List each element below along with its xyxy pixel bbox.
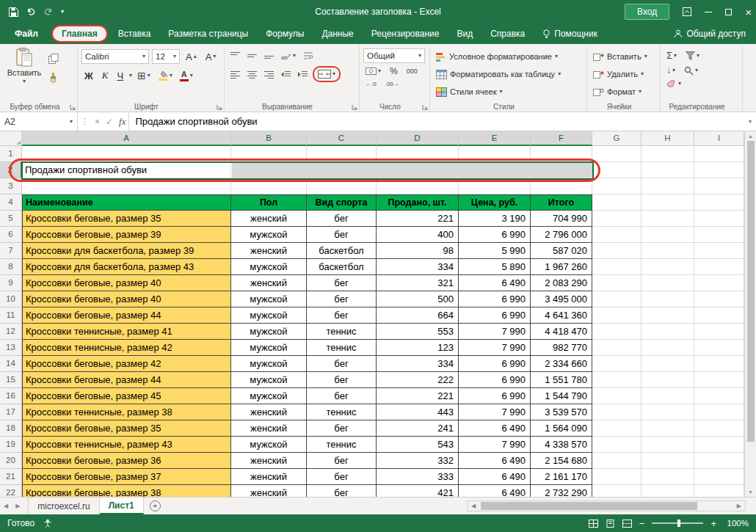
vertical-scrollbar[interactable]: ▲ ▼ xyxy=(744,131,756,497)
cell-E5[interactable]: 3 190 xyxy=(459,211,531,227)
cell-A17[interactable]: Кроссовки теннисные, размер 38 xyxy=(22,404,231,420)
name-box[interactable]: A2 ▾ xyxy=(0,112,78,131)
cell-E6[interactable]: 6 990 xyxy=(459,227,531,243)
cell-A16[interactable]: Кроссовки беговые, размер 45 xyxy=(22,388,231,404)
row-header-16[interactable]: 16 xyxy=(0,388,22,404)
format-painter-button[interactable] xyxy=(46,71,61,84)
cell-F2[interactable] xyxy=(531,162,592,178)
underline-button[interactable]: Ч xyxy=(114,70,126,82)
scroll-right-icon[interactable]: ▶ xyxy=(733,503,745,509)
cell-F22[interactable]: 2 732 290 xyxy=(531,485,592,497)
close-button[interactable]: × xyxy=(745,7,752,18)
cell-G15[interactable] xyxy=(592,372,641,388)
dialog-launcher-icon[interactable] xyxy=(422,104,428,110)
cell-I18[interactable] xyxy=(694,420,744,437)
accounting-format-button[interactable]: ▾ xyxy=(363,66,383,76)
cell-C18[interactable]: бег xyxy=(307,420,377,437)
cell-D19[interactable]: 543 xyxy=(377,437,459,453)
cell-C20[interactable]: бег xyxy=(307,453,377,469)
cell-B21[interactable]: женский xyxy=(231,469,307,485)
cell-I13[interactable] xyxy=(694,340,744,356)
row-header-1[interactable]: 1 xyxy=(0,146,22,162)
redo-button[interactable] xyxy=(43,7,54,16)
cell-E10[interactable]: 6 990 xyxy=(459,291,531,307)
cell-G16[interactable] xyxy=(592,388,641,404)
borders-button[interactable]: ⊞▾ xyxy=(135,68,153,83)
dialog-launcher-icon[interactable] xyxy=(70,104,76,110)
horizontal-scrollbar[interactable]: ◀ ▶ xyxy=(467,500,746,511)
cell-I12[interactable] xyxy=(694,324,744,340)
cell-D11[interactable]: 664 xyxy=(377,307,459,324)
cell-G9[interactable] xyxy=(592,275,641,291)
cell-B14[interactable]: мужской xyxy=(231,356,307,372)
cell-C9[interactable]: бег xyxy=(307,275,377,291)
percent-button[interactable]: % xyxy=(388,65,400,78)
cell-A18[interactable]: Кроссовки беговые, размер 35 xyxy=(22,420,231,437)
row-header-13[interactable]: 13 xyxy=(0,340,22,356)
cell-H20[interactable] xyxy=(641,453,694,469)
column-header-C[interactable]: C xyxy=(307,131,377,146)
cell-C21[interactable]: бег xyxy=(307,469,377,485)
cell-B15[interactable]: мужской xyxy=(231,372,307,388)
align-top-button[interactable] xyxy=(228,50,242,61)
decrease-decimal-button[interactable]: .00→ xyxy=(383,79,401,89)
cell-F3[interactable] xyxy=(531,178,592,194)
cell-G6[interactable] xyxy=(592,227,641,243)
sign-in-button[interactable]: Вход xyxy=(625,4,669,20)
cell-E3[interactable] xyxy=(459,178,531,194)
cell-E20[interactable]: 6 490 xyxy=(459,453,531,469)
cell-E1[interactable] xyxy=(459,146,531,162)
cell-B8[interactable]: мужской xyxy=(231,259,307,275)
cell-H22[interactable] xyxy=(641,485,694,497)
cell-G2[interactable] xyxy=(592,162,641,178)
bold-button[interactable]: Ж xyxy=(81,70,96,82)
cell-H1[interactable] xyxy=(641,146,694,162)
minimize-button[interactable] xyxy=(705,12,712,12)
maximize-button[interactable] xyxy=(725,9,732,15)
cell-E4[interactable]: Цена, руб. xyxy=(459,194,531,211)
cell-C22[interactable]: бег xyxy=(307,485,377,497)
find-select-button[interactable]: ▾ xyxy=(682,65,700,77)
cell-B19[interactable]: мужской xyxy=(231,437,307,453)
cell-I11[interactable] xyxy=(694,307,744,324)
cell-I16[interactable] xyxy=(694,388,744,404)
cell-I15[interactable] xyxy=(694,372,744,388)
cell-H6[interactable] xyxy=(641,227,694,243)
cell-G7[interactable] xyxy=(592,243,641,259)
cell-A22[interactable]: Кроссовки беговые, размер 38 xyxy=(22,485,231,497)
zoom-out-button[interactable]: − xyxy=(639,519,645,528)
row-header-20[interactable]: 20 xyxy=(0,453,22,469)
cell-D15[interactable]: 222 xyxy=(377,372,459,388)
autosum-button[interactable]: Σ▾ xyxy=(664,48,679,62)
cell-styles-button[interactable]: Стили ячеек ▾ xyxy=(434,84,583,100)
cell-H9[interactable] xyxy=(641,275,694,291)
tab-review[interactable]: Рецензирование xyxy=(363,24,448,43)
font-name-select[interactable]: Calibri ▾ xyxy=(81,49,149,64)
cell-D7[interactable]: 98 xyxy=(377,243,459,259)
cell-H16[interactable] xyxy=(641,388,694,404)
cell-A14[interactable]: Кроссовки беговые, размер 42 xyxy=(22,356,231,372)
cell-A5[interactable]: Кроссовки беговые, размер 35 xyxy=(22,211,231,227)
cell-G22[interactable] xyxy=(592,485,641,497)
fill-button[interactable]: ↓▾ xyxy=(664,64,677,77)
cell-A7[interactable]: Кроссовки для баскетбола, размер 39 xyxy=(22,243,231,259)
tab-insert[interactable]: Вставка xyxy=(109,24,160,43)
tab-formulas[interactable]: Формулы xyxy=(257,24,313,43)
cell-G19[interactable] xyxy=(592,437,641,453)
cell-H4[interactable] xyxy=(641,194,694,211)
cell-F5[interactable]: 704 990 xyxy=(531,211,592,227)
cell-A19[interactable]: Кроссовки теннисные, размер 43 xyxy=(22,437,231,453)
formula-bar-grip[interactable]: ⋮ xyxy=(78,112,92,131)
cell-I20[interactable] xyxy=(694,453,744,469)
cell-E8[interactable]: 5 890 xyxy=(459,259,531,275)
cell-G12[interactable] xyxy=(592,324,641,340)
row-header-10[interactable]: 10 xyxy=(0,291,22,307)
cell-B4[interactable]: Пол xyxy=(231,194,307,211)
cell-D14[interactable]: 334 xyxy=(377,356,459,372)
cell-H18[interactable] xyxy=(641,420,694,437)
row-header-21[interactable]: 21 xyxy=(0,469,22,485)
cell-G11[interactable] xyxy=(592,307,641,324)
cell-B2[interactable] xyxy=(231,162,307,178)
cell-C14[interactable]: бег xyxy=(307,356,377,372)
tab-help[interactable]: Справка xyxy=(481,24,534,43)
